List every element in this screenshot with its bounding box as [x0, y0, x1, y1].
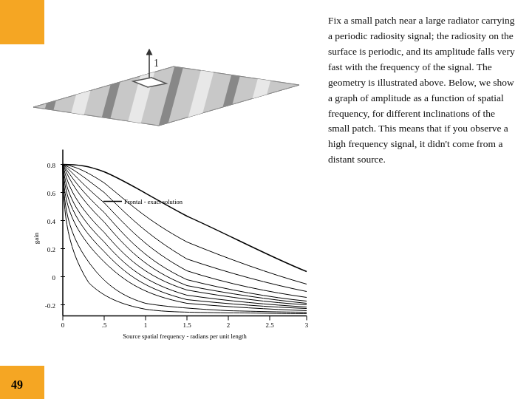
svg-text:0: 0 [52, 274, 56, 282]
svg-text:Frontal - exact solution: Frontal - exact solution [124, 198, 183, 205]
svg-text:-0.2: -0.2 [45, 302, 55, 310]
svg-text:gain: gain [33, 232, 40, 244]
svg-text:2: 2 [227, 321, 231, 329]
svg-text:0.4: 0.4 [47, 218, 56, 225]
bottom-bar: 49 [0, 366, 318, 399]
svg-text:2.5: 2.5 [265, 321, 274, 329]
svg-text:0.2: 0.2 [47, 246, 55, 253]
right-panel: Fix a small patch near a large radiator … [318, 0, 532, 399]
svg-text:.5: .5 [102, 321, 107, 329]
svg-text:Source spatial frequency - rad: Source spatial frequency - radians per u… [123, 332, 247, 340]
illustration-area: 1 [0, 0, 318, 137]
graph-area: 0.8 0.6 0.4 0.2 0 -0.2 gain 0 [0, 137, 318, 366]
svg-line-4 [38, 48, 66, 133]
svg-line-3 [11, 48, 36, 133]
illustration-svg: 1 [11, 4, 307, 133]
svg-text:1.5: 1.5 [183, 321, 191, 329]
left-panel: 1 0.8 0.6 0.4 0.2 0 -0.2 [0, 0, 318, 399]
svg-text:0.6: 0.6 [47, 190, 56, 197]
svg-text:1: 1 [154, 58, 159, 69]
svg-text:3: 3 [305, 321, 309, 329]
page-number: 49 [11, 378, 23, 392]
description-text: Fix a small patch near a large radiator … [328, 13, 519, 168]
graph-svg: 0.8 0.6 0.4 0.2 0 -0.2 gain 0 [30, 140, 310, 344]
svg-text:0: 0 [61, 321, 65, 329]
svg-text:0.8: 0.8 [47, 162, 56, 169]
orange-corner-top [0, 0, 44, 44]
svg-text:1: 1 [144, 321, 148, 329]
